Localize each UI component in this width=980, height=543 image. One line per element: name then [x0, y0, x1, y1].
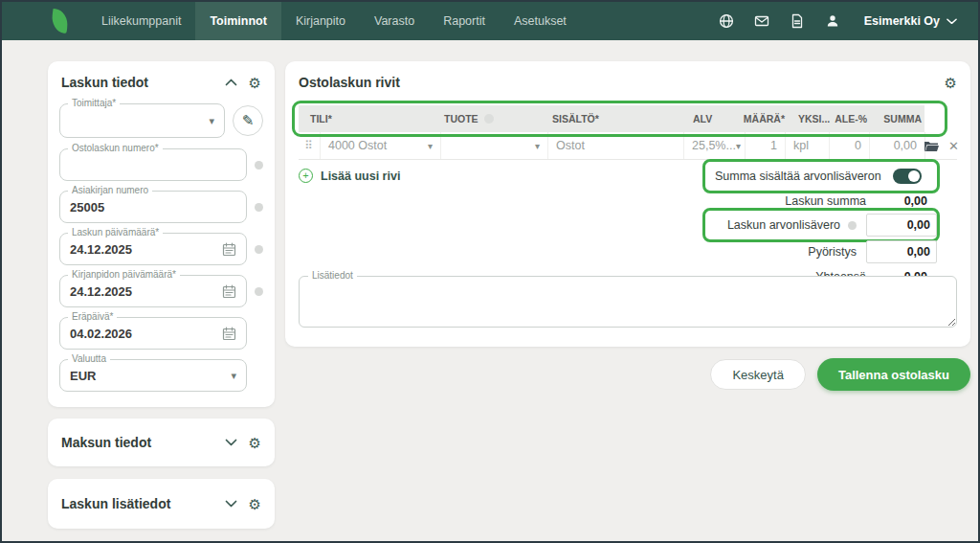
rounding-row: Pyöristys 0,00: [705, 238, 937, 265]
col-header-yksikko: YKSI...: [785, 113, 829, 124]
supplier-select[interactable]: Toimittaja* ▾: [59, 103, 225, 138]
chevron-down-icon: ▾: [231, 370, 236, 382]
discount-value: 0: [855, 139, 861, 152]
discount-input[interactable]: 0: [829, 132, 869, 159]
sum-value: 0,00: [894, 139, 917, 152]
unit-value: kpl: [793, 139, 809, 152]
calendar-icon[interactable]: [222, 327, 236, 341]
table-row: ⠿ 4000 Ostot ▾ ▾ Ostot 25,5%... ▾ 1: [299, 132, 957, 160]
info-icon[interactable]: [255, 203, 263, 212]
user-icon[interactable]: [825, 13, 841, 30]
gear-icon[interactable]: ⚙: [249, 76, 261, 90]
content-value: Ostot: [556, 139, 585, 152]
rounding-label: Pyöristys: [808, 245, 857, 259]
nav-item-raportit[interactable]: Raportit: [429, 2, 500, 40]
invoice-info-title: Laskun tiedot: [61, 75, 148, 90]
totals-summary: Summa sisältää arvonlisäveron Laskun sum…: [705, 163, 937, 287]
vat-included-label: Summa sisältää arvonlisäveron: [715, 170, 881, 183]
pencil-icon: ✎: [242, 112, 255, 129]
add-row-label: Lisää uusi rivi: [321, 170, 400, 183]
notes-field-wrap: Lisätiedot: [299, 276, 957, 331]
row-actions: ✕: [924, 132, 957, 159]
vat-included-toggle[interactable]: [893, 169, 922, 184]
nav-item-toiminnot[interactable]: Toiminnot: [195, 2, 280, 40]
chevron-down-icon: ▾: [209, 115, 214, 127]
drag-handle-icon[interactable]: ⠿: [304, 139, 312, 152]
expand-chevron-down-icon[interactable]: [225, 439, 237, 446]
invoice-date-field[interactable]: Laskun päivämäärä* 24.12.2025: [59, 233, 247, 265]
sum-cell: 0,00: [869, 132, 924, 159]
due-date-field[interactable]: Eräpäivä* 04.02.2026: [59, 317, 247, 350]
left-sidebar: Laskun tiedot ⚙ Toimittaja* ▾ ✎ Ostolask…: [48, 61, 275, 529]
invoice-vat-label: Laskun arvonlisävero: [727, 218, 840, 232]
invoice-info-card: Laskun tiedot ⚙ Toimittaja* ▾ ✎ Ostolask…: [48, 61, 275, 407]
invoice-vat-input[interactable]: 0,00: [866, 214, 937, 237]
col-header-tuote: TUOTE: [440, 113, 547, 124]
notes-textarea[interactable]: [299, 276, 957, 328]
invoice-rows-table: TILI* TUOTE SISÄLTÖ* ALV MÄÄRÄ* YKSI... …: [299, 105, 957, 160]
extra-info-card[interactable]: Laskun lisätiedot ⚙: [48, 479, 275, 529]
nav-item-asetukset[interactable]: Asetukset: [500, 2, 581, 40]
currency-label: Valuutta: [68, 353, 110, 364]
edit-supplier-button[interactable]: ✎: [233, 105, 263, 136]
invoice-sum-value: 0,00: [866, 194, 937, 208]
plus-circle-icon: +: [299, 169, 313, 183]
rounding-input[interactable]: 0,00: [866, 240, 937, 263]
col-header-ale: ALE-%: [829, 113, 869, 124]
col-header-tili: TILI*: [299, 113, 440, 124]
info-icon[interactable]: [255, 245, 263, 254]
company-name: Esimerkki Oy: [864, 14, 940, 28]
document-number-field[interactable]: Asiakirjan numero 25005: [59, 191, 247, 223]
payment-info-card[interactable]: Maksun tiedot ⚙: [48, 419, 275, 466]
purchase-invoice-number-label: Ostolaskun numero*: [68, 143, 163, 153]
account-select[interactable]: 4000 Ostot ▾: [320, 132, 440, 159]
supplier-label: Toimittaja*: [68, 98, 120, 108]
calendar-icon[interactable]: [222, 284, 236, 299]
gear-icon[interactable]: ⚙: [249, 436, 261, 450]
notes-label: Lisätiedot: [308, 270, 357, 281]
document-number-label: Asiakirjan numero: [68, 185, 152, 195]
cancel-button[interactable]: Keskeytä: [710, 359, 805, 390]
product-select[interactable]: ▾: [440, 132, 547, 159]
info-icon[interactable]: [484, 114, 494, 124]
document-number-value: 25005: [70, 200, 104, 215]
accounting-date-label: Kirjanpidon päivämäärä*: [68, 269, 180, 280]
save-purchase-invoice-button[interactable]: Tallenna ostolasku: [817, 358, 970, 391]
nav-item-liikekumppanit[interactable]: Liikekumppanit: [87, 2, 195, 40]
expand-chevron-down-icon[interactable]: [225, 500, 237, 508]
info-icon[interactable]: [255, 161, 263, 170]
document-icon[interactable]: [790, 13, 806, 30]
purchase-invoice-number-field[interactable]: Ostolaskun numero*: [59, 148, 247, 181]
info-icon[interactable]: [255, 287, 263, 296]
col-header-maara: MÄÄRÄ*: [745, 113, 785, 124]
nav-item-kirjanpito[interactable]: Kirjanpito: [281, 2, 360, 40]
folder-icon[interactable]: [924, 140, 939, 152]
due-date-value: 04.02.2026: [70, 327, 132, 341]
invoice-vat-row: Laskun arvonlisävero 0,00: [705, 212, 937, 238]
collapse-chevron-up-icon[interactable]: [225, 79, 237, 86]
company-menu[interactable]: Esimerkki Oy: [864, 14, 957, 28]
vat-select[interactable]: 25,5%... ▾: [683, 132, 745, 159]
gear-icon[interactable]: ⚙: [945, 76, 957, 90]
unit-input[interactable]: kpl: [785, 132, 829, 159]
gear-icon[interactable]: ⚙: [249, 497, 261, 511]
vat-included-row: Summa sisältää arvonlisäveron: [705, 163, 937, 190]
accounting-date-value: 24.12.2025: [70, 284, 132, 299]
quantity-input[interactable]: 1: [745, 132, 785, 159]
accounting-date-field[interactable]: Kirjanpidon päivämäärä* 24.12.2025: [59, 275, 247, 307]
invoice-rows-card: Ostolaskun rivit ⚙ TILI* TUOTE SISÄLTÖ* …: [285, 61, 970, 347]
account-value: 4000 Ostot: [328, 139, 387, 152]
globe-icon[interactable]: [719, 13, 735, 30]
chevron-down-icon: ▾: [736, 141, 741, 151]
delete-row-icon[interactable]: ✕: [948, 139, 959, 153]
mail-icon[interactable]: [754, 13, 770, 30]
content-input[interactable]: Ostot: [547, 132, 683, 159]
info-icon[interactable]: [848, 221, 857, 230]
col-header-summa: SUMMA: [869, 113, 924, 124]
add-row-button[interactable]: + Lisää uusi rivi: [299, 169, 400, 183]
currency-select[interactable]: Valuutta EUR ▾: [59, 359, 247, 392]
calendar-icon[interactable]: [222, 242, 236, 257]
quantity-value: 1: [770, 139, 777, 152]
top-navbar: Liikekumppanit Toiminnot Kirjanpito Vara…: [2, 2, 978, 40]
nav-item-varasto[interactable]: Varasto: [360, 2, 429, 40]
